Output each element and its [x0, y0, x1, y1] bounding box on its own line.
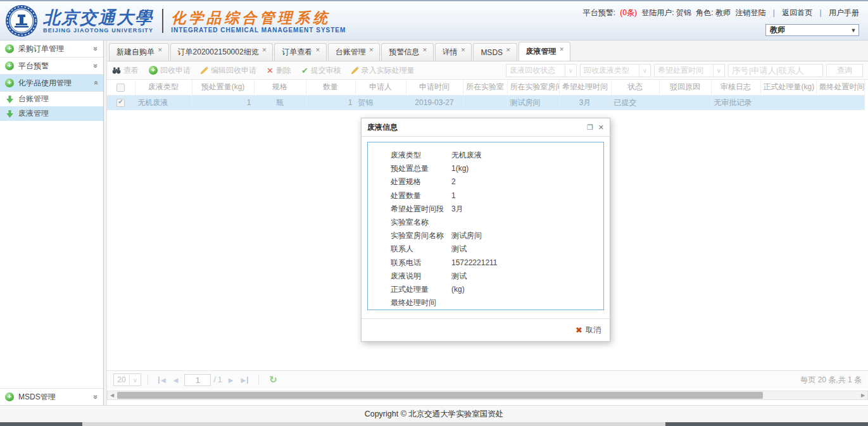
sidebar-item-waste-liquid[interactable]: 废液管理 — [0, 106, 103, 121]
view-button[interactable]: 查看 — [112, 65, 139, 76]
tab-alert-info[interactable]: 预警信息 — [381, 43, 434, 61]
field-label: 废液类型 — [391, 149, 451, 162]
first-page-button[interactable] — [158, 377, 166, 384]
sidebar-group-label: 化学品使用管理 — [18, 78, 72, 89]
plus-circle-icon — [5, 392, 14, 401]
column-header[interactable]: 正式处理量(kg) — [760, 80, 816, 95]
close-icon[interactable] — [262, 47, 267, 53]
system-name-cn: 化学品综合管理系统 — [171, 9, 346, 27]
cell-quantity: 1 — [306, 95, 355, 110]
tab-order-view[interactable]: 订单查看 — [274, 43, 327, 61]
tab-msds[interactable]: MSDS — [473, 43, 517, 61]
sidebar-group-msds[interactable]: MSDS管理 — [0, 388, 103, 405]
expect-dispose-time-select[interactable]: 希望处置时间 — [654, 64, 725, 77]
sidebar-group-purchase-orders[interactable]: 采购订单管理 — [0, 41, 103, 58]
cell-expect-time: 3月 — [559, 95, 611, 110]
platform-alert-count[interactable]: (0条) — [620, 8, 637, 17]
field-value: 1 — [451, 191, 456, 200]
column-header[interactable]: 申请人 — [355, 80, 406, 95]
close-icon[interactable] — [158, 47, 163, 53]
row-checkbox[interactable] — [116, 99, 125, 107]
page-scrollbar-thumb[interactable] — [0, 422, 82, 426]
tab-order-detail[interactable]: 订单202002150002细览 — [170, 43, 274, 61]
field-value: 测试 — [451, 272, 467, 280]
edit-recycle-apply-button[interactable]: 编辑回收申请 — [201, 65, 256, 76]
close-icon[interactable] — [560, 46, 565, 53]
column-header[interactable]: 审核日志 — [711, 80, 760, 95]
maximize-icon[interactable] — [587, 123, 593, 132]
column-header[interactable]: 规格 — [254, 80, 306, 95]
recycle-apply-button[interactable]: 回收申请 — [149, 65, 191, 76]
tab-ledger[interactable]: 台账管理 — [328, 43, 381, 61]
dialog-title: 废液信息 — [367, 122, 398, 133]
page-size-select[interactable]: 20 — [113, 373, 141, 386]
system-name: 化学品综合管理系统 INTEGRATED CHEMICAL MANAGEMENT… — [171, 9, 346, 34]
column-header[interactable]: 希望处理时间 — [559, 80, 611, 95]
field-label: 处置规格 — [391, 175, 451, 189]
tab-label: 台账管理 — [336, 47, 366, 58]
page-horizontal-scrollbar[interactable] — [0, 422, 868, 426]
manual-link[interactable]: 用户手册 — [829, 8, 859, 17]
close-icon[interactable] — [422, 47, 427, 53]
cell-spec: 瓶 — [254, 95, 306, 110]
pagination-summary: 每页 20 条,共 1 条 — [800, 375, 862, 385]
scroll-right-icon[interactable] — [859, 391, 867, 399]
cell-pre-amount: 1 — [192, 95, 254, 110]
refresh-icon[interactable] — [269, 374, 277, 385]
close-icon[interactable] — [598, 123, 604, 132]
column-header[interactable]: 所在实验室 — [463, 80, 507, 95]
scrollbar-thumb[interactable] — [117, 392, 763, 399]
waste-recycle-status-select[interactable]: 废液回收状态 — [506, 64, 577, 77]
grid-horizontal-scrollbar[interactable] — [107, 391, 868, 400]
cancel-button[interactable]: 取消 — [576, 325, 601, 335]
delete-button[interactable]: 删除 — [267, 65, 291, 76]
page-number-input[interactable] — [184, 374, 211, 386]
scroll-left-icon[interactable] — [108, 391, 116, 399]
university-logo-icon — [5, 4, 38, 37]
tab-waste-liquid[interactable]: 废液管理 — [519, 42, 571, 61]
cell-lab — [463, 95, 507, 110]
search-input[interactable] — [728, 64, 823, 77]
submit-review-button[interactable]: 提交审核 — [301, 65, 341, 76]
tab-new-purchase[interactable]: 新建自购单 — [109, 43, 169, 61]
column-header[interactable]: 最终处置时间 — [816, 80, 864, 95]
last-page-button[interactable] — [241, 377, 248, 384]
field-value: (kg) — [451, 285, 465, 294]
home-link[interactable]: 返回首页 — [782, 8, 812, 17]
recycle-waste-type-select[interactable]: 回收废液类型 — [580, 64, 651, 77]
university-name: 北京交通大學 BEIJING JIAOTONG UNIVERSITY — [43, 8, 153, 34]
prev-page-button[interactable] — [173, 377, 179, 384]
column-header[interactable]: 预处置量(kg) — [192, 80, 254, 95]
cancel-label: 取消 — [586, 325, 601, 335]
column-header[interactable]: 所在实验室房间 — [507, 80, 559, 95]
chevron-down-icon — [565, 65, 576, 77]
sidebar-item-ledger[interactable]: 台账管理 — [0, 92, 103, 106]
close-icon[interactable] — [461, 47, 466, 53]
column-header[interactable]: 申请时间 — [406, 80, 463, 95]
logout-link[interactable]: 注销登陆 — [735, 8, 765, 17]
role-select[interactable]: 教师 — [765, 24, 859, 36]
column-header[interactable]: 驳回原因 — [659, 80, 711, 95]
column-header[interactable]: 废液类型 — [135, 80, 192, 95]
tab-label: 详情 — [443, 47, 458, 58]
column-header[interactable]: 状态 — [611, 80, 659, 95]
waste-info-dialog: 废液信息 废液类型无机废液 预处置总量1(kg) 处置规格2 处置数量1 希望处… — [361, 118, 610, 342]
app-window: 北京交通大學 BEIJING JIAOTONG UNIVERSITY 化学品综合… — [0, 0, 868, 426]
sidebar-group-platform-alert[interactable]: 平台预警 — [0, 58, 103, 75]
next-page-button[interactable] — [229, 377, 234, 384]
tab-details[interactable]: 详情 — [435, 43, 472, 61]
table-row[interactable]: 无机废液 1 瓶 1 贺锦 2019-03-27 测试房间 3月 已提交 无审批… — [107, 95, 864, 110]
plus-circle-icon — [5, 78, 14, 87]
field-value: 1(kg) — [451, 164, 469, 173]
column-header[interactable]: 数量 — [306, 80, 355, 95]
close-icon[interactable] — [315, 47, 320, 53]
search-button[interactable]: 查询 — [826, 64, 863, 77]
select-all-checkbox[interactable] — [116, 84, 125, 92]
field-value: 测试 — [451, 244, 467, 253]
close-icon[interactable] — [369, 47, 374, 53]
pencil-icon — [351, 66, 359, 74]
record-actual-amount-button[interactable]: 录入实际处理量 — [351, 65, 415, 76]
sidebar-group-chemical-usage[interactable]: 化学品使用管理 — [0, 75, 103, 92]
close-icon[interactable] — [506, 47, 511, 53]
sidebar-item-label: 废液管理 — [18, 108, 49, 119]
